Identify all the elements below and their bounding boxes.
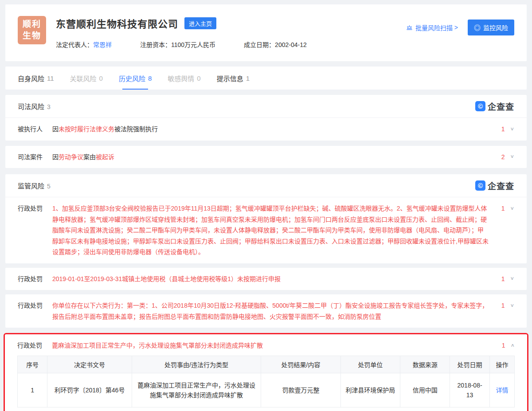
executed-person-desc: 因未按时履行法律义务被法院强制执行 [52,124,501,135]
col-决定书文号: 决定书文号 [47,356,132,373]
executed-person-expander[interactable]: 1 ∨ [501,124,514,135]
company-name: 东营顺利生物科技有限公司 [56,16,178,30]
penalty-table-row: 1 利环罚字〔2018〕第46号 蓖麻油深加工项目正常生产中，污水处理设施集气罩… [18,373,515,407]
tab-related-risk-label: 关联风险 [70,74,97,83]
admin-penalty-label: 行政处罚 [18,300,52,311]
col-处罚单位: 处罚单位 [340,356,400,373]
tab-history-risk-label: 历史风险 [119,74,145,83]
cell-source: 信用中国 [400,373,450,407]
admin-penalty-expander[interactable]: 1 ∨ [501,203,514,214]
chevron-down-icon: ∨ [510,125,514,133]
cell-reason: 蓖麻油深加工项目正常生产中，污水处理设施集气罩部分未封闭造成异味扩散 [132,373,261,407]
tab-sensitive-news-label: 敏感舆情 [168,74,194,83]
admin-penalty-row-3: 行政处罚 你单位存在以下六类行为：第一类：1、公司2018年10月30日版12-… [5,294,527,328]
company-header-main: 东营顺利生物科技有限公司 进入主页 法定代表人：常恩祥 注册资本：1100万元人… [56,16,406,49]
qcc-logo-text: 企查查 [488,100,514,112]
qcc-watermark: © 企查查 [475,100,514,112]
admin-penalty-desc: 你单位存在以下六类行为：第一类：1、公司2018年10月30日版12-羟基硬脂酸… [52,300,501,322]
cell-doc-number: 利环罚字〔2018〕第46号 [47,373,132,407]
qcc-logo-icon: © [475,180,485,191]
tab-self-risk[interactable]: 自身风险11 [18,67,54,90]
executed-person-row: 被执行人 因未按时履行法律义务被法院强制执行 1 ∨ [5,118,527,141]
company-logo-line2: 生物 [23,30,41,42]
batch-risk-scan-link[interactable]: 批量风险扫描 > [406,23,458,32]
executed-person-label: 被执行人 [18,124,52,135]
admin-penalty-count: 1 [501,274,505,285]
qcc-logo-icon: © [475,101,485,111]
monitor-risk-button[interactable]: ◎ 监控风险 [468,20,514,35]
company-logo: 顺利 生物 [18,16,46,44]
qcc-logo-text: 企查查 [488,180,514,192]
establish-date-value: 2002-04-12 [275,41,307,48]
penalty-table-header-row: 序号 决定书文号 处罚事由/违法行为类型 处罚结果/内容 处罚单位 数据来源 处… [18,356,515,373]
judicial-risk-title: 司法风险3 [18,102,51,111]
arrow-right-icon: > [454,24,458,31]
tab-self-risk-count: 11 [47,74,54,82]
penalty-table-wrap: 序号 决定书文号 处罚事由/违法行为类型 处罚结果/内容 处罚单位 数据来源 处… [5,355,527,411]
tab-sensitive-news[interactable]: 敏感舆情0 [168,67,200,90]
tab-history-risk[interactable]: 历史风险8 [119,67,152,90]
judicial-risk-section: 司法风险3 © 企查查 被执行人 因未按时履行法律义务被法院强制执行 1 ∨ [5,95,527,141]
tab-self-risk-label: 自身风险 [18,74,44,83]
admin-penalty-desc: 2019-01-01至2019-03-31城镇土地使用税（县城土地使用税等级1）… [52,274,501,285]
chevron-down-icon: ∨ [510,204,514,212]
admin-penalty-collapser[interactable]: 1 ∧ [502,340,515,351]
admin-penalty-expander[interactable]: 1 ∨ [501,300,514,311]
chevron-up-icon: ∧ [510,341,515,349]
chevron-down-icon: ∨ [510,153,514,161]
risk-tabs: 自身风险11 关联风险0 历史风险8 敏感舆情0 提示信息1 [5,67,527,90]
detail-link[interactable]: 详情 [496,387,508,394]
regulatory-risk-count: 5 [47,183,51,190]
registered-capital-label: 注册资本： [140,41,171,48]
tab-hint-info-label: 提示信息 [217,74,243,83]
chevron-down-icon: ∨ [510,301,514,309]
chevron-down-icon: ∨ [510,275,514,283]
cell-date: 2018-08-13 [450,373,490,407]
batch-risk-scan-label: 批量风险扫描 [415,23,453,32]
establish-date-label: 成立日期： [244,41,275,48]
admin-penalty-label: 行政处罚 [18,203,52,214]
regulatory-risk-section: 监管风险5 © 企查查 行政处罚 1、加氢反应釜顶部3台安全阀校验报告已于201… [5,174,527,263]
cell-result: 罚款壹万元整 [261,373,340,407]
admin-penalty-count: 1 [502,340,505,351]
admin-penalty-count: 1 [501,300,505,311]
legal-rep-link[interactable]: 常恩祥 [93,41,112,48]
monitor-icon: ◎ [474,24,481,31]
enter-homepage-button[interactable]: 进入主页 [184,17,216,29]
monitor-risk-label: 监控风险 [483,23,508,32]
admin-penalty-desc: 蓖麻油深加工项目正常生产中，污水处理设施集气罩部分未封闭造成异味扩散 [52,340,502,351]
tab-sensitive-news-count: 0 [197,74,200,82]
registered-capital-field: 注册资本：1100万元人民币 [140,40,215,49]
penalty-table: 序号 决定书文号 处罚事由/违法行为类型 处罚结果/内容 处罚单位 数据来源 处… [17,356,515,408]
tab-related-risk[interactable]: 关联风险0 [70,67,103,90]
admin-penalty-row-4: 行政处罚 蓖麻油深加工项目正常生产中，污水处理设施集气罩部分未封闭造成异味扩散 … [5,334,527,411]
cell-no: 1 [18,373,47,407]
admin-penalty-desc: 1、加氢反应釜顶部3台安全阀校验报告已于2019年11月13日超期；氢气缓冲罐罐… [52,203,501,258]
judicial-risk-count: 3 [47,103,51,110]
admin-penalty-row-1: 行政处罚 1、加氢反应釜顶部3台安全阀校验报告已于2019年11月13日超期；氢… [5,197,527,263]
judicial-case-count: 2 [501,152,505,163]
col-序号: 序号 [18,356,47,373]
judicial-case-desc: 因劳动争议案由被起诉 [52,152,501,163]
tab-hint-info[interactable]: 提示信息1 [217,67,250,90]
company-logo-line1: 顺利 [23,19,41,30]
legal-rep-field: 法定代表人：常恩祥 [56,40,112,49]
tab-history-risk-count: 8 [148,74,152,82]
alarm-icon [406,24,413,31]
admin-penalty-label: 行政处罚 [17,340,52,351]
col-数据来源: 数据来源 [400,356,450,373]
legal-rep-label: 法定代表人： [56,41,93,48]
tab-hint-info-count: 1 [246,74,250,82]
col-操作: 操作 [489,356,514,373]
establish-date-field: 成立日期：2002-04-12 [244,40,307,49]
tab-related-risk-count: 0 [99,74,103,82]
regulatory-risk-title: 监管风险5 [18,181,51,190]
admin-penalty-label: 行政处罚 [18,274,52,285]
admin-penalty-expander[interactable]: 1 ∨ [501,274,514,285]
col-处罚日期: 处罚日期 [450,356,490,373]
judicial-case-expander[interactable]: 2 ∨ [501,152,514,163]
annotation-highlight-box: 行政处罚 蓖麻油深加工项目正常生产中，污水处理设施集气罩部分未封闭造成异味扩散 … [4,333,528,411]
cell-unit: 利津县环境保护局 [340,373,400,407]
company-header: 顺利 生物 东营顺利生物科技有限公司 进入主页 法定代表人：常恩祥 注册资本：1… [5,4,527,61]
col-处罚结果: 处罚结果/内容 [261,356,340,373]
